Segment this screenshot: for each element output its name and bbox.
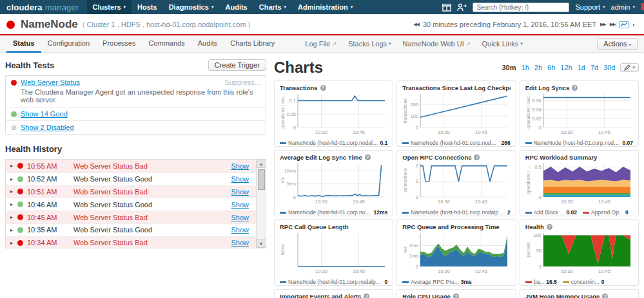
- svg-text:0: 0: [293, 194, 296, 200]
- tab-link-namenode-web-ui[interactable]: NameNode Web UI↗: [397, 40, 476, 48]
- help-icon[interactable]: ?: [572, 85, 578, 91]
- time-chart-icon[interactable]: [620, 21, 629, 28]
- tab-link-label: Quick Links: [482, 40, 518, 48]
- tab-link-log-file[interactable]: Log File↗: [299, 40, 342, 48]
- history-row: ▸10:45 AMWeb Server Status BadShow: [6, 210, 256, 223]
- range-30d[interactable]: 30d: [603, 64, 615, 71]
- tab-commands[interactable]: Commands: [142, 35, 191, 53]
- context-link-cluster-1[interactable]: Cluster 1: [87, 21, 115, 28]
- edit-charts-button[interactable]: ▾: [620, 63, 639, 72]
- scrollbar[interactable]: ▲ ▼: [256, 160, 266, 248]
- legend-item-append-op: Append Op...0: [583, 209, 629, 216]
- tab-link-quick-links[interactable]: Quick Links▾: [476, 40, 528, 48]
- show-link[interactable]: Show: [231, 226, 249, 234]
- chart-panel-health[interactable]: Health ? 05010010:3010:45percent ba...16…: [520, 219, 639, 286]
- range-12h[interactable]: 12h: [560, 64, 572, 71]
- help-icon[interactable]: ?: [453, 293, 459, 298]
- tab-processes[interactable]: Processes: [96, 35, 142, 53]
- chart-panel-important-events-and-alerts[interactable]: Important Events and Alerts ? 1210:3010:…: [274, 289, 393, 298]
- show-good-link[interactable]: Show 14 Good: [21, 110, 68, 118]
- tab-configuration[interactable]: Configuration: [41, 35, 96, 53]
- time-rewind-button[interactable]: ◀◀: [413, 22, 419, 27]
- help-icon[interactable]: ?: [547, 224, 552, 230]
- svg-text:10:30: 10:30: [315, 268, 327, 274]
- cloudera-logo[interactable]: clouderamanager: [0, 3, 87, 12]
- context-link-hdfs[interactable]: HDFS: [121, 21, 141, 28]
- expand-chevron-icon[interactable]: ▸: [10, 201, 17, 207]
- show-link[interactable]: Show: [231, 175, 249, 183]
- svg-text:10:45: 10:45: [475, 199, 487, 205]
- tab-charts-library[interactable]: Charts Library: [224, 35, 281, 53]
- chart-panel-transactions[interactable]: Transactions ? 00.050.110:3010:45operati…: [274, 80, 393, 147]
- range-2h[interactable]: 2h: [534, 64, 542, 71]
- help-icon[interactable]: ?: [365, 154, 371, 160]
- chart-panel-rpc-call-queue-length[interactable]: RPC Call Queue Length ? 10:3010:45items …: [274, 219, 393, 286]
- chart-panel-rpc-workload-summary[interactable]: RPC Workload Summary ? 00.510:3010:45ope…: [520, 150, 639, 216]
- nav-item-clusters[interactable]: Clusters▾: [87, 0, 132, 14]
- chart-panel-role-cpu-usage[interactable]: Role CPU Usage ? 05010010:3010:45percent: [396, 289, 516, 298]
- expand-chevron-icon[interactable]: ▸: [10, 214, 17, 220]
- range-1d[interactable]: 1d: [578, 64, 585, 71]
- chart-panel-transactions-since-last-log-checkpoint[interactable]: Transactions Since Last Log Checkpoint ?…: [396, 80, 516, 147]
- chart-panel-rpc-queue-and-processing-time[interactable]: RPC Queue and Processing Time ? 01ms2ms1…: [396, 219, 516, 286]
- tab-audits[interactable]: Audits: [191, 35, 224, 53]
- help-icon[interactable]: ?: [474, 154, 480, 160]
- show-link[interactable]: Show: [231, 162, 249, 170]
- chart-panel-average-edit-log-sync-time[interactable]: Average Edit Log Sync Time ? 05ms10ms10:…: [274, 150, 393, 216]
- actions-button[interactable]: Actions ▾: [597, 38, 638, 50]
- range-7d[interactable]: 7d: [590, 64, 598, 71]
- scroll-up-icon[interactable]: ▲: [257, 160, 266, 168]
- nav-item-hosts[interactable]: Hosts: [132, 0, 163, 14]
- expand-chevron-icon[interactable]: ▸: [10, 163, 17, 169]
- scrollbar-thumb[interactable]: [258, 169, 265, 190]
- time-latest-button[interactable]: ▶▶|: [610, 22, 616, 27]
- range-30m[interactable]: 30m: [502, 64, 516, 71]
- tab-status[interactable]: Status: [6, 35, 41, 53]
- scroll-down-icon[interactable]: ▼: [257, 239, 266, 248]
- show-link[interactable]: Show: [231, 201, 249, 209]
- svg-text:operations / sec...: operations / sec...: [526, 93, 531, 128]
- context-link-host-hd-01-corp-nodalpoint-com[interactable]: host-hd-01.corp.nodalpoint.com: [146, 21, 246, 28]
- admin-menu[interactable]: admin▾: [611, 3, 635, 11]
- chart-panel-edit-log-syncs[interactable]: Edit Log Syncs ? 00.020.040.0610:3010:45…: [520, 80, 639, 147]
- suppress-link[interactable]: Suppress...: [224, 79, 260, 86]
- chart-plot: 010020010:3010:45transactions: [402, 92, 509, 137]
- show-link[interactable]: Show: [231, 214, 249, 221]
- collapse-time-panel-button[interactable]: ‹: [632, 21, 635, 28]
- chart-panel-open-rpc-connections[interactable]: Open RPC Connections ? 01210:3010:45conn…: [396, 150, 516, 216]
- nav-item-administration[interactable]: Administration▾: [292, 0, 358, 14]
- range-6h[interactable]: 6h: [547, 64, 555, 71]
- time-forward-button[interactable]: ▶▶: [600, 22, 606, 27]
- parcel-icon[interactable]: [442, 3, 451, 12]
- web-server-status-link[interactable]: Web Server Status: [21, 79, 80, 86]
- expand-chevron-icon[interactable]: ▸: [10, 189, 17, 194]
- show-link[interactable]: Show: [231, 239, 249, 247]
- running-commands-icon[interactable]: [457, 3, 467, 12]
- search-input[interactable]: [473, 3, 569, 12]
- show-link[interactable]: Show: [231, 188, 249, 196]
- notification-badge[interactable]: [641, 3, 644, 10]
- help-icon[interactable]: ?: [602, 293, 608, 298]
- svg-text:10:30: 10:30: [438, 129, 450, 135]
- expand-chevron-icon[interactable]: ▸: [10, 176, 17, 182]
- nav-item-diagnostics[interactable]: Diagnostics▾: [163, 0, 220, 14]
- logo-brand: cloudera: [6, 3, 43, 12]
- support-menu[interactable]: Support▾: [575, 3, 605, 11]
- history-time: 10:46 AM: [27, 201, 73, 209]
- svg-text:0: 0: [416, 264, 418, 270]
- nav-item-audits[interactable]: Audits: [220, 0, 253, 14]
- create-trigger-button[interactable]: Create Trigger: [208, 59, 266, 71]
- expand-chevron-icon[interactable]: ▸: [10, 240, 17, 246]
- chart-panel-jvm-heap-memory-usage[interactable]: JVM Heap Memory Usage ? 1000M10:3010:45b…: [520, 289, 639, 298]
- tab-link-stacks-logs[interactable]: Stacks Logs▾: [342, 40, 396, 48]
- help-icon[interactable]: ?: [320, 85, 326, 91]
- expand-chevron-icon[interactable]: ▸: [10, 227, 17, 233]
- legend-value: 0.02: [614, 216, 625, 217]
- range-1h[interactable]: 1h: [522, 64, 529, 71]
- show-disabled-link[interactable]: Show 2 Disabled: [21, 124, 74, 131]
- legend-swatch: [525, 281, 532, 283]
- main-content: Health Tests Create Trigger Web Server S…: [0, 53, 644, 298]
- nav-item-charts[interactable]: Charts▾: [253, 0, 292, 14]
- legend-item-namenode-host-hd-01-corp-nodalpoint-com-ed: NameNode (host-hd-01.corp.nodalpoint.com…: [525, 140, 633, 147]
- help-icon[interactable]: ?: [364, 293, 369, 298]
